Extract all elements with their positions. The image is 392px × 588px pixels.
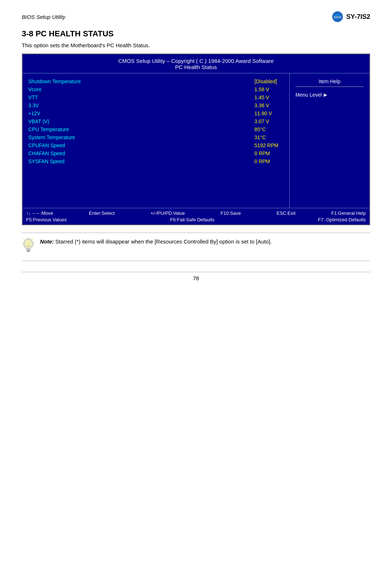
page-header: BIOS Setup Utility SOYO SY-7IS2 <box>22 11 370 23</box>
row-value-vcore: 1.58 V <box>254 86 283 92</box>
bios-settings-panel: Shutdown Temperature [Disabled] Vcore 1.… <box>23 73 290 208</box>
row-value-3v3: 3.36 V <box>254 102 283 108</box>
table-row: System Temperature 31°C <box>28 134 283 140</box>
svg-point-3 <box>25 240 32 248</box>
menu-level-arrow-icon: ▶ <box>324 92 327 97</box>
svg-line-12 <box>22 243 23 243</box>
row-label-3v3: 3.3V <box>28 102 39 108</box>
footer-f5-key: F5:Previous Values <box>26 217 67 222</box>
footer-save-key: F10:Save <box>221 210 241 216</box>
row-value-vtt: 1.45 V <box>254 94 283 100</box>
svg-rect-7 <box>27 251 30 252</box>
footer-f7-key: F7: Optimized Defaults <box>318 217 366 222</box>
svg-line-10 <box>24 239 24 239</box>
row-label-sys-temp: System Temperature <box>28 134 75 140</box>
footer-exit-key: ESC:Exit <box>277 210 295 216</box>
item-help-title: Item Help <box>295 78 364 87</box>
menu-level-row: Menu Level ▶ <box>295 92 364 98</box>
note-bold-label: Note: <box>40 238 54 245</box>
table-row: VTT 1.45 V <box>28 94 283 100</box>
bios-title: BIOS Setup Utility <box>22 14 65 20</box>
table-row: Shutdown Temperature [Disabled] <box>28 78 283 84</box>
row-label-cpufan: CPUFAN Speed <box>28 142 65 148</box>
bios-help-panel: Item Help Menu Level ▶ <box>290 73 369 208</box>
svg-text:SOYO: SOYO <box>334 16 342 19</box>
row-value-cpufan: 5192 RPM <box>254 142 283 148</box>
row-value-chafan: 0 RPM <box>254 150 283 156</box>
row-label-chafan: CHAFAN Speed <box>28 150 65 156</box>
footer-row-2: F5:Previous Values F6:Fail-Safe Defaults… <box>26 217 366 222</box>
table-row: 3.3V 3.36 V <box>28 102 283 108</box>
table-row: SYSFAN Speed 0 RPM <box>28 158 283 164</box>
footer-enter-key: Enter:Select <box>89 210 115 216</box>
row-value-12v: 11.90 V <box>254 110 283 116</box>
row-label-sysfan: SYSFAN Speed <box>28 158 65 164</box>
bios-copyright-line: CMOS Setup Utility – Copyright ( C ) 198… <box>26 58 366 64</box>
note-section: Note: Starred (*) items will disappear w… <box>22 233 370 261</box>
bios-content-area: Shutdown Temperature [Disabled] Vcore 1.… <box>23 73 369 208</box>
note-text: Note: Starred (*) items will disappear w… <box>40 237 272 246</box>
table-row: CHAFAN Speed 0 RPM <box>28 150 283 156</box>
footer-move-key: ↑↓→←:Move <box>26 210 53 216</box>
row-label-shutdown-temp: Shutdown Temperature <box>28 78 81 84</box>
bios-footer: ↑↓→←:Move Enter:Select +/-/PU/PD:Value F… <box>23 208 369 225</box>
table-row: CPU Temperature 85°C <box>28 126 283 132</box>
footer-f6-key: F6:Fail-Safe Defaults <box>170 217 215 222</box>
footer-row-1: ↑↓→←:Move Enter:Select +/-/PU/PD:Value F… <box>26 210 366 216</box>
row-label-cpu-temp: CPU Temperature <box>28 126 69 132</box>
bulb-icon <box>22 237 35 256</box>
bios-screen-header: CMOS Setup Utility – Copyright ( C ) 198… <box>23 54 369 73</box>
bios-screen: CMOS Setup Utility – Copyright ( C ) 198… <box>22 53 370 225</box>
header-right: SOYO SY-7IS2 <box>332 11 370 23</box>
row-label-vcore: Vcore <box>28 86 42 92</box>
section-heading: 3-8 PC HEALTH STATUS <box>22 29 370 39</box>
row-value-shutdown-temp: [Disabled] <box>254 78 283 84</box>
footer-help-key: F1:General Help <box>331 210 366 216</box>
table-row: +12V 11.90 V <box>28 110 283 116</box>
section-description: This option sets the Motherboard's PC He… <box>22 42 370 48</box>
model-label: SY-7IS2 <box>346 13 370 21</box>
note-body: Starred (*) items will disappear when th… <box>56 238 272 245</box>
page-number: 78 <box>22 272 370 281</box>
table-row: VBAT (V) 3.07 V <box>28 118 283 124</box>
row-label-vtt: VTT <box>28 94 38 100</box>
svg-line-9 <box>32 239 33 239</box>
row-value-vbat: 3.07 V <box>254 118 283 124</box>
row-label-12v: +12V <box>28 110 40 116</box>
menu-level-label: Menu Level <box>295 92 322 98</box>
footer-value-key: +/-/PU/PD:Value <box>150 210 185 216</box>
row-value-cpu-temp: 85°C <box>254 126 283 132</box>
row-value-sysfan: 0 RPM <box>254 158 283 164</box>
svg-line-11 <box>33 243 34 243</box>
soyo-logo-icon: SOYO <box>332 11 343 23</box>
row-label-vbat: VBAT (V) <box>28 118 49 124</box>
table-row: CPUFAN Speed 5192 RPM <box>28 142 283 148</box>
row-value-sys-temp: 31°C <box>254 134 283 140</box>
table-row: Vcore 1.58 V <box>28 86 283 92</box>
bios-screen-subtitle: PC Health Status <box>26 64 366 70</box>
